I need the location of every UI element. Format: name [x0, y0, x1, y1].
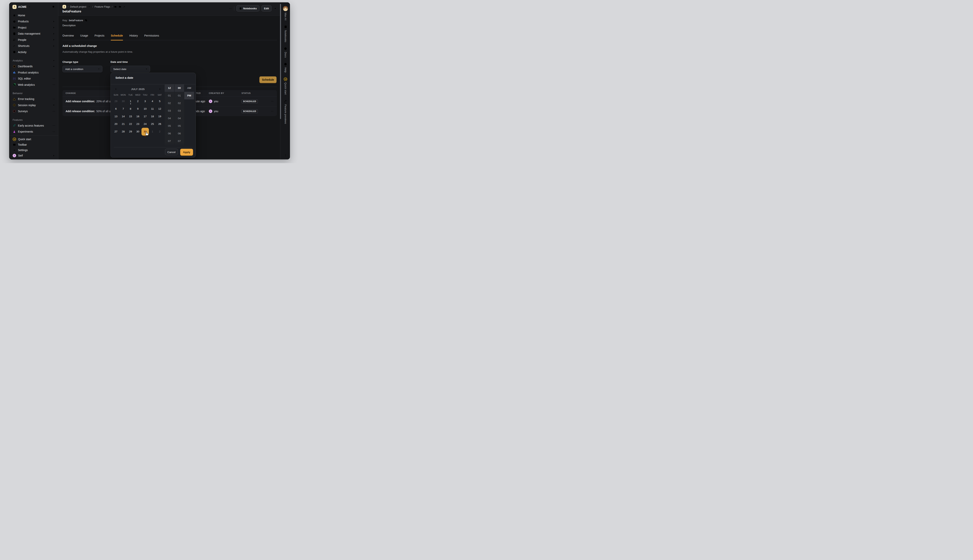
- calendar-day[interactable]: 6: [112, 105, 120, 113]
- rail-item-max-ai[interactable]: Max AI: [283, 6, 288, 20]
- rail-item-notebooks[interactable]: Notebooks: [284, 25, 287, 42]
- org-switcher[interactable]: A ACME: [9, 2, 58, 11]
- sidebar-item-people[interactable]: People: [9, 37, 58, 43]
- calendar-day[interactable]: 4: [149, 97, 156, 105]
- sidebar-item-sql-editor[interactable]: SQL editor: [9, 76, 58, 82]
- rail-item-quick-start[interactable]: 10 Quick start: [284, 77, 287, 95]
- calendar-day[interactable]: 17: [142, 113, 149, 120]
- hour-option[interactable]: 06: [165, 130, 174, 137]
- minute-option[interactable]: 05: [175, 122, 184, 130]
- tab-overview[interactable]: Overview: [62, 31, 74, 40]
- minute-option[interactable]: 00: [175, 84, 184, 92]
- hour-option[interactable]: 04: [165, 115, 174, 122]
- minute-option[interactable]: 04: [175, 115, 184, 122]
- rail-item-help[interactable]: Help: [284, 62, 287, 73]
- nav-right-icon[interactable]: [52, 71, 55, 74]
- calendar-day[interactable]: 8: [127, 105, 134, 113]
- calendar-day[interactable]: 14: [120, 113, 127, 120]
- sidebar-item-session-replay[interactable]: Session replay: [9, 102, 58, 108]
- sort-icon[interactable]: [202, 92, 204, 95]
- rail-item-docs[interactable]: Docs: [284, 47, 287, 58]
- calendar-day[interactable]: 27: [112, 128, 120, 135]
- gear-icon[interactable]: [52, 59, 55, 62]
- gear-icon[interactable]: [274, 7, 277, 10]
- calendar-day[interactable]: 9: [134, 105, 142, 113]
- sidebar-item-dashboards[interactable]: Dashboards: [9, 63, 58, 70]
- next-month-icon[interactable]: [159, 88, 162, 91]
- minute-option[interactable]: 03: [175, 107, 184, 115]
- notebooks-button[interactable]: Notebooks: [236, 5, 259, 12]
- calendar-day[interactable]: 30: [120, 97, 127, 105]
- hour-option[interactable]: 07: [165, 137, 174, 145]
- nav-right-icon[interactable]: [52, 130, 55, 133]
- sidebar-item-products[interactable]: Products: [9, 18, 58, 25]
- calendar-day[interactable]: 7: [120, 105, 127, 113]
- calendar-day[interactable]: 29: [127, 128, 134, 135]
- hour-option[interactable]: 12: [165, 84, 174, 92]
- edit-button[interactable]: Edit: [262, 5, 272, 12]
- calendar-day[interactable]: 12: [156, 105, 164, 113]
- hour-option[interactable]: 03: [165, 107, 174, 115]
- calendar-day[interactable]: 1: [149, 128, 156, 135]
- calendar-day[interactable]: 3: [142, 97, 149, 105]
- sidebar-item-shortcuts[interactable]: Shortcuts: [9, 43, 58, 49]
- date-select[interactable]: Select date: [110, 66, 150, 72]
- row-more-icon[interactable]: [271, 100, 274, 103]
- pm-option[interactable]: PM: [184, 92, 194, 99]
- hour-option[interactable]: 01: [165, 92, 174, 99]
- schedule-button[interactable]: Schedule: [259, 77, 276, 83]
- scrollbar-thumb[interactable]: [280, 4, 281, 119]
- apply-button[interactable]: Apply: [180, 149, 193, 155]
- nav-right-icon[interactable]: [52, 65, 55, 68]
- sidebar-item-data-management[interactable]: Data management: [9, 31, 58, 37]
- prev-month-icon[interactable]: [114, 88, 117, 91]
- shortcut-arrow-icon[interactable]: [123, 5, 126, 8]
- tab-usage[interactable]: Usage: [80, 31, 88, 40]
- tab-projects[interactable]: Projects: [95, 31, 105, 40]
- calendar-day[interactable]: 5: [156, 97, 164, 105]
- breadcrumb-project[interactable]: Default project: [70, 5, 86, 8]
- copy-icon[interactable]: [85, 19, 88, 22]
- calendar-day[interactable]: 2: [156, 128, 164, 135]
- breadcrumb-section[interactable]: Feature Flags: [95, 5, 110, 8]
- calendar-day[interactable]: 25: [149, 120, 156, 128]
- nav-right-icon[interactable]: [52, 124, 55, 127]
- calendar-day[interactable]: 19: [156, 113, 164, 120]
- sidebar-item-project[interactable]: Project: [9, 25, 58, 31]
- sidebar-item-settings[interactable]: Settings: [9, 147, 58, 153]
- sort-icon[interactable]: [226, 92, 228, 95]
- calendar-day[interactable]: 23: [134, 120, 142, 128]
- tab-permissions[interactable]: Permissions: [144, 31, 159, 40]
- more-options-icon[interactable]: [229, 7, 232, 10]
- hour-option[interactable]: 05: [165, 122, 174, 130]
- calendar-day[interactable]: 2: [134, 97, 142, 105]
- folder-move-icon[interactable]: [119, 5, 121, 8]
- am-option[interactable]: AM: [184, 84, 194, 92]
- change-type-select[interactable]: Add a condition: [62, 66, 102, 72]
- tab-schedule[interactable]: Schedule: [111, 31, 123, 40]
- hour-option[interactable]: 02: [165, 99, 174, 107]
- minute-option[interactable]: 01: [175, 92, 184, 99]
- minute-option[interactable]: 07: [175, 137, 184, 145]
- calendar-day[interactable]: 21: [120, 120, 127, 128]
- sidebar-item-activity[interactable]: Activity: [9, 49, 58, 55]
- row-more-icon[interactable]: [271, 110, 274, 113]
- nav-right-icon[interactable]: [52, 103, 55, 107]
- nav-right-icon[interactable]: [52, 110, 55, 113]
- calendar-day[interactable]: 20: [112, 120, 120, 128]
- calendar-day[interactable]: 11: [149, 105, 156, 113]
- tab-history[interactable]: History: [129, 31, 138, 40]
- calendar-day[interactable]: 28: [120, 128, 127, 135]
- rail-more-icon[interactable]: [284, 153, 287, 157]
- sidebar-item-web-analytics[interactable]: Web analytics: [9, 82, 58, 88]
- sidebar-item-user[interactable]: S Seif: [9, 153, 58, 158]
- folder-open-icon[interactable]: [114, 5, 117, 8]
- sidebar-item-early-access-features[interactable]: Early access features: [9, 122, 58, 129]
- calendar-day[interactable]: 24: [142, 120, 149, 128]
- calendar-day[interactable]: 10: [142, 105, 149, 113]
- sidebar-item-surveys[interactable]: Surveys: [9, 108, 58, 115]
- minute-option[interactable]: 02: [175, 99, 184, 107]
- calendar-day[interactable]: 15: [127, 113, 134, 120]
- sidebar-item-product-analytics[interactable]: Product analytics: [9, 69, 58, 76]
- calendar-day[interactable]: 29: [112, 97, 120, 105]
